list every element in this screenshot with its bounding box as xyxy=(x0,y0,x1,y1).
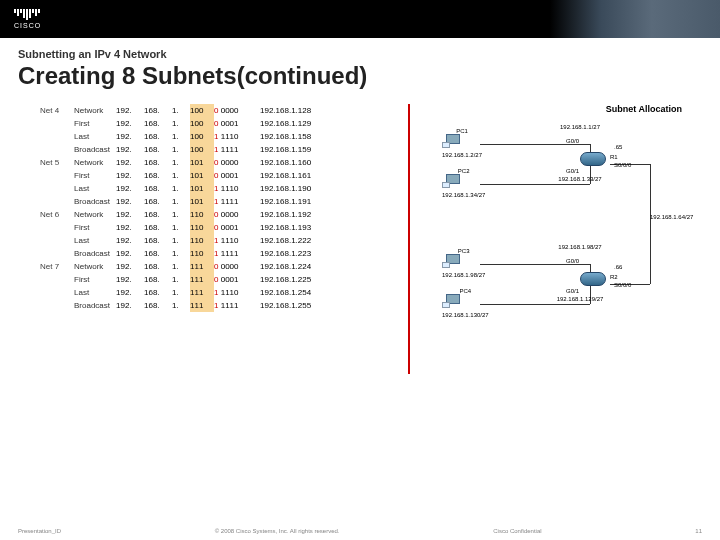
octet-3: 1. xyxy=(172,247,190,260)
octet-4-subnet-bits: 100 xyxy=(190,104,214,117)
subnet-group: Net 6Network192.168.1.1100 0000192.168.1… xyxy=(40,208,390,260)
full-address: 192.168.1.129 xyxy=(254,117,332,130)
subnet-label: Net 5 xyxy=(40,156,74,208)
header-image xyxy=(550,0,720,38)
r2-port-top: G0/0 xyxy=(566,258,579,264)
row-type: Network xyxy=(74,104,116,117)
octet-4-subnet-bits: 100 xyxy=(190,143,214,156)
full-address: 192.168.1.159 xyxy=(254,143,332,156)
row-type: Last xyxy=(74,234,116,247)
octet-2: 168. xyxy=(144,104,172,117)
table-row: Broadcast192.168.1.1111 1111192.168.1.25… xyxy=(74,299,390,312)
octet-1: 192. xyxy=(116,169,144,182)
octet-4-subnet-bits: 101 xyxy=(190,195,214,208)
octet-3: 1. xyxy=(172,130,190,143)
subnet-group: Net 7Network192.168.1.1110 0000192.168.1… xyxy=(40,260,390,312)
octet-3: 1. xyxy=(172,195,190,208)
octet-2: 168. xyxy=(144,221,172,234)
octet-3: 1. xyxy=(172,286,190,299)
r1-bot-ip: 192.168.1.33/27 xyxy=(530,176,630,182)
octet-1: 192. xyxy=(116,130,144,143)
octet-1: 192. xyxy=(116,234,144,247)
full-address: 192.168.1.128 xyxy=(254,104,332,117)
header-bar: CISCO xyxy=(0,0,720,38)
octet-1: 192. xyxy=(116,299,144,312)
octet-3: 1. xyxy=(172,117,190,130)
table-row: Broadcast192.168.1.1001 1111192.168.1.15… xyxy=(74,143,390,156)
subnet-group: Net 5Network192.168.1.1010 0000192.168.1… xyxy=(40,156,390,208)
row-type: Network xyxy=(74,260,116,273)
octet-2: 168. xyxy=(144,156,172,169)
router-icon xyxy=(580,272,606,286)
r1-top-ip: 192.168.1.1/27 xyxy=(530,124,630,130)
page-title: Creating 8 Subnets(continued) xyxy=(0,62,720,104)
octet-1: 192. xyxy=(116,273,144,286)
row-type: Broadcast xyxy=(74,247,116,260)
octet-2: 168. xyxy=(144,234,172,247)
logo-text: CISCO xyxy=(14,22,41,29)
subnet-group: Net 4Network192.168.1.1000 0000192.168.1… xyxy=(40,104,390,156)
octet-3: 1. xyxy=(172,143,190,156)
full-address: 192.168.1.160 xyxy=(254,156,332,169)
pc3-node: PC3 192.168.1.98/27 xyxy=(442,248,485,278)
pc-icon xyxy=(442,134,464,152)
host-bits: 1 1110 xyxy=(214,286,254,299)
subnet-label: Net 6 xyxy=(40,208,74,260)
full-address: 192.168.1.191 xyxy=(254,195,332,208)
octet-4-subnet-bits: 111 xyxy=(190,273,214,286)
r2-port-serial: S0/0/0 xyxy=(614,282,631,288)
octet-3: 1. xyxy=(172,234,190,247)
octet-2: 168. xyxy=(144,195,172,208)
octet-3: 1. xyxy=(172,104,190,117)
octet-2: 168. xyxy=(144,117,172,130)
table-row: First192.168.1.1100 0001192.168.1.193 xyxy=(74,221,390,234)
full-address: 192.168.1.224 xyxy=(254,260,332,273)
row-type: First xyxy=(74,117,116,130)
row-type: Last xyxy=(74,286,116,299)
subnet-rows: Network192.168.1.1100 0000192.168.1.192F… xyxy=(74,208,390,260)
octet-3: 1. xyxy=(172,169,190,182)
table-row: First192.168.1.1010 0001192.168.1.161 xyxy=(74,169,390,182)
octet-2: 168. xyxy=(144,143,172,156)
pc-icon xyxy=(442,174,464,192)
r1-serial-ip: .65 xyxy=(614,144,622,150)
router-icon xyxy=(580,152,606,166)
footer-left: Presentation_ID xyxy=(18,528,61,534)
host-bits: 1 1111 xyxy=(214,143,254,156)
octet-2: 168. xyxy=(144,169,172,182)
octet-4-subnet-bits: 111 xyxy=(190,286,214,299)
serial-link: 192.168.1.64/27 xyxy=(650,214,693,220)
octet-4-subnet-bits: 101 xyxy=(190,182,214,195)
pc4-node: PC4 192.168.1.130/27 xyxy=(442,288,489,318)
host-bits: 1 1110 xyxy=(214,182,254,195)
octet-3: 1. xyxy=(172,208,190,221)
octet-1: 192. xyxy=(116,182,144,195)
table-row: Network192.168.1.1000 0000192.168.1.128 xyxy=(74,104,390,117)
pc2-node: PC2 192.168.1.34/27 xyxy=(442,168,485,198)
diagram-title: Subnet Allocation xyxy=(606,104,682,114)
pc1-ip: 192.168.1.2/27 xyxy=(442,152,482,158)
r2-label: R2 xyxy=(610,274,618,280)
table-row: Last192.168.1.1001 1110192.168.1.158 xyxy=(74,130,390,143)
octet-1: 192. xyxy=(116,156,144,169)
octet-4-subnet-bits: 110 xyxy=(190,247,214,260)
r2-bot-ip: 192.168.1.129/27 xyxy=(530,296,630,302)
table-row: Broadcast192.168.1.1011 1111192.168.1.19… xyxy=(74,195,390,208)
octet-4-subnet-bits: 110 xyxy=(190,208,214,221)
octet-3: 1. xyxy=(172,299,190,312)
subnet-table: Net 4Network192.168.1.1000 0000192.168.1… xyxy=(40,104,390,312)
r2-node: 192.168.1.98/27 G0/0 R2 G0/1 192.168.1.1… xyxy=(580,272,606,286)
r2-port-bot: G0/1 xyxy=(566,288,579,294)
pc2-ip: 192.168.1.34/27 xyxy=(442,192,485,198)
table-row: Last192.168.1.1011 1110192.168.1.190 xyxy=(74,182,390,195)
octet-3: 1. xyxy=(172,221,190,234)
octet-2: 168. xyxy=(144,130,172,143)
full-address: 192.168.1.192 xyxy=(254,208,332,221)
pc-icon xyxy=(442,254,464,272)
octet-1: 192. xyxy=(116,104,144,117)
footer-mid: © 2008 Cisco Systems, Inc. All rights re… xyxy=(215,528,340,534)
octet-3: 1. xyxy=(172,273,190,286)
octet-4-subnet-bits: 110 xyxy=(190,234,214,247)
full-address: 192.168.1.254 xyxy=(254,286,332,299)
footer: Presentation_ID © 2008 Cisco Systems, In… xyxy=(0,528,720,534)
